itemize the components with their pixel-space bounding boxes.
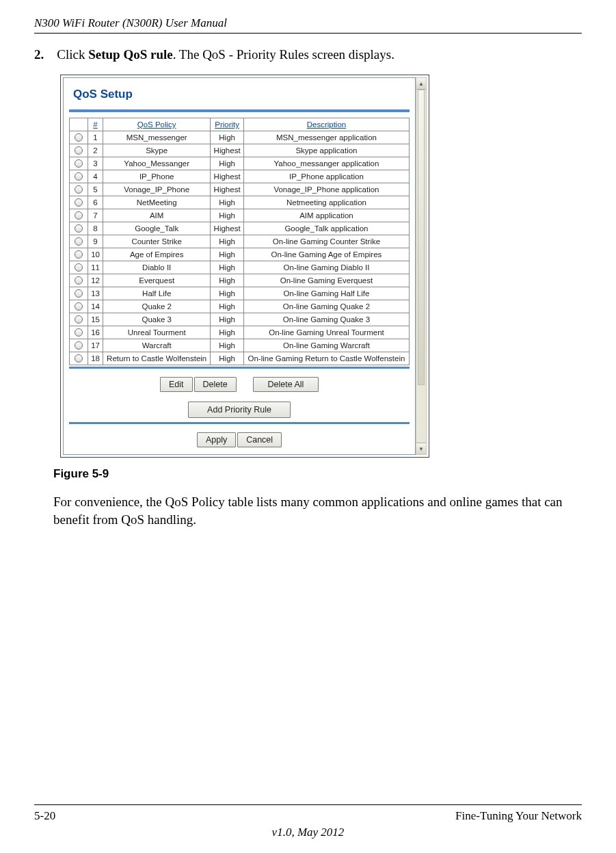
- radio-icon[interactable]: [75, 133, 83, 142]
- scrollbar[interactable]: ▲ ▼: [416, 77, 427, 455]
- step-instruction: 2. Click Setup QoS rule. The QoS - Prior…: [34, 47, 582, 62]
- radio-icon[interactable]: [75, 315, 83, 324]
- step-text-bold: Setup QoS rule: [88, 47, 173, 62]
- radio-icon[interactable]: [75, 263, 83, 272]
- row-description: On-line Gaming Half Life: [243, 287, 409, 300]
- row-radio[interactable]: [70, 274, 88, 287]
- qos-policy-table: # QoS Policy Priority Description 1MSN_m…: [69, 118, 410, 365]
- radio-icon[interactable]: [75, 328, 83, 337]
- row-priority: Highest: [211, 170, 244, 183]
- col-policy[interactable]: QoS Policy: [103, 118, 211, 131]
- table-row: 18Return to Castle WolfensteinHighOn-lin…: [70, 352, 410, 365]
- table-row: 15Quake 3HighOn-line Gaming Quake 3: [70, 313, 410, 326]
- col-description[interactable]: Description: [243, 118, 409, 131]
- row-radio[interactable]: [70, 235, 88, 248]
- row-policy: Yahoo_Messanger: [103, 157, 211, 170]
- radio-icon[interactable]: [75, 341, 83, 350]
- table-row: 3Yahoo_MessangerHighYahoo_messanger appl…: [70, 157, 410, 170]
- table-row: 9Counter StrikeHighOn-line Gaming Counte…: [70, 235, 410, 248]
- row-radio[interactable]: [70, 131, 88, 144]
- radio-icon[interactable]: [75, 237, 83, 246]
- radio-icon[interactable]: [75, 224, 83, 233]
- row-number: 17: [88, 339, 103, 352]
- edit-button[interactable]: Edit: [160, 377, 193, 392]
- col-number[interactable]: #: [88, 118, 103, 131]
- row-radio[interactable]: [70, 287, 88, 300]
- row-priority: High: [211, 274, 244, 287]
- row-priority: High: [211, 196, 244, 209]
- button-row-apply: ApplyCancel: [69, 431, 410, 449]
- row-radio[interactable]: [70, 300, 88, 313]
- radio-icon[interactable]: [75, 250, 83, 259]
- radio-icon[interactable]: [75, 198, 83, 207]
- row-radio[interactable]: [70, 209, 88, 222]
- add-priority-rule-button[interactable]: Add Priority Rule: [188, 402, 291, 418]
- delete-button[interactable]: Delete: [194, 377, 237, 392]
- apply-button[interactable]: Apply: [197, 432, 236, 447]
- row-priority: Highest: [211, 183, 244, 196]
- page-number: 5-20: [34, 809, 55, 823]
- radio-icon[interactable]: [75, 302, 83, 311]
- table-row: 7AIMHighAIM application: [70, 209, 410, 222]
- header-rule: [34, 33, 582, 34]
- row-policy: Vonage_IP_Phone: [103, 183, 211, 196]
- radio-icon[interactable]: [75, 276, 83, 285]
- body-paragraph: For convenience, the QoS Policy table li…: [53, 493, 568, 528]
- row-number: 4: [88, 170, 103, 183]
- row-number: 5: [88, 183, 103, 196]
- row-radio[interactable]: [70, 352, 88, 365]
- footer-rule: [34, 804, 582, 805]
- scroll-up-icon[interactable]: ▲: [416, 78, 426, 90]
- row-radio[interactable]: [70, 170, 88, 183]
- row-description: On-line Gaming Age of Empires: [243, 248, 409, 261]
- radio-icon[interactable]: [75, 211, 83, 220]
- table-row: 14Quake 2HighOn-line Gaming Quake 2: [70, 300, 410, 313]
- row-priority: High: [211, 300, 244, 313]
- row-priority: High: [211, 313, 244, 326]
- radio-icon[interactable]: [75, 146, 83, 155]
- radio-icon[interactable]: [75, 159, 83, 168]
- row-number: 13: [88, 287, 103, 300]
- row-radio[interactable]: [70, 196, 88, 209]
- row-description: Vonage_IP_Phone application: [243, 183, 409, 196]
- page-footer: 5-20 Fine-Tuning Your Network v1.0, May …: [34, 804, 582, 839]
- button-row-edit: EditDelete Delete All: [69, 376, 410, 393]
- row-description: On-line Gaming Warcraft: [243, 339, 409, 352]
- scroll-down-icon[interactable]: ▼: [416, 443, 426, 454]
- row-number: 1: [88, 131, 103, 144]
- row-radio[interactable]: [70, 144, 88, 157]
- row-policy: MSN_messenger: [103, 131, 211, 144]
- footer-version: v1.0, May 2012: [34, 826, 582, 839]
- table-row: 2SkypeHighestSkype application: [70, 144, 410, 157]
- row-description: IP_Phone application: [243, 170, 409, 183]
- scroll-thumb[interactable]: [418, 90, 425, 385]
- row-description: AIM application: [243, 209, 409, 222]
- row-radio[interactable]: [70, 326, 88, 339]
- row-radio[interactable]: [70, 183, 88, 196]
- row-policy: Everquest: [103, 274, 211, 287]
- row-radio[interactable]: [70, 339, 88, 352]
- row-radio[interactable]: [70, 157, 88, 170]
- delete-all-button[interactable]: Delete All: [253, 377, 319, 392]
- radio-icon[interactable]: [75, 185, 83, 194]
- row-description: On-line Gaming Return to Castle Wolfenst…: [243, 352, 409, 365]
- row-radio[interactable]: [70, 222, 88, 235]
- row-policy: Diablo II: [103, 261, 211, 274]
- step-text-prefix: Click: [57, 47, 88, 62]
- radio-icon[interactable]: [75, 289, 83, 298]
- row-description: Netmeeting application: [243, 196, 409, 209]
- col-priority[interactable]: Priority: [211, 118, 244, 131]
- row-policy: Return to Castle Wolfenstein: [103, 352, 211, 365]
- row-description: Google_Talk application: [243, 222, 409, 235]
- row-description: On-line Gaming Quake 3: [243, 313, 409, 326]
- row-priority: Highest: [211, 144, 244, 157]
- row-description: On-line Gaming Quake 2: [243, 300, 409, 313]
- row-radio[interactable]: [70, 248, 88, 261]
- table-row: 5Vonage_IP_PhoneHighestVonage_IP_Phone a…: [70, 183, 410, 196]
- row-radio[interactable]: [70, 261, 88, 274]
- radio-icon[interactable]: [75, 172, 83, 181]
- radio-icon[interactable]: [75, 354, 83, 363]
- cancel-button[interactable]: Cancel: [237, 432, 282, 447]
- row-radio[interactable]: [70, 313, 88, 326]
- row-number: 8: [88, 222, 103, 235]
